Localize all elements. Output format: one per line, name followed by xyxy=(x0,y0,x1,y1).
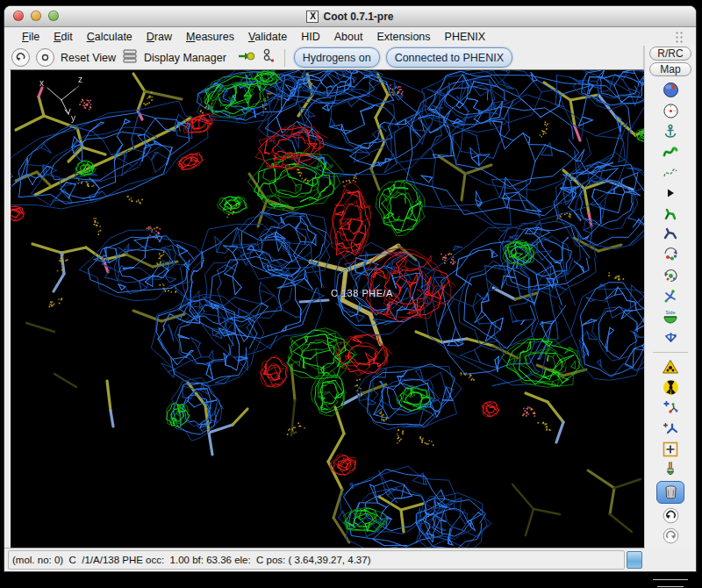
hydrogens-toggle-button[interactable]: Hydrogens on xyxy=(294,47,380,68)
undo-icon[interactable] xyxy=(660,506,681,525)
side-hemisphere-icon[interactable]: Side xyxy=(660,308,681,326)
rotate-residue-icon[interactable] xyxy=(660,246,681,264)
status-text: (mol. no: 0) C /1/A/138 PHE occ: 1.00 bf… xyxy=(12,555,370,565)
play-small-icon[interactable] xyxy=(660,184,681,203)
delete-icon[interactable] xyxy=(656,481,684,504)
radiation-icon[interactable] xyxy=(660,378,681,397)
menu-hid[interactable]: HID xyxy=(294,29,327,45)
status-bar: (mol. no: 0) C /1/A/138 PHE occ: 1.00 bf… xyxy=(4,548,645,571)
menu-bar: FileEditCalculateDrawMeasuresValidateHID… xyxy=(4,27,696,47)
side-label: Side xyxy=(665,310,675,315)
title-bar[interactable]: X Coot 0.7.1-pre xyxy=(4,6,696,27)
molecular-viewport[interactable] xyxy=(11,70,648,548)
go-to-ligand-icon[interactable] xyxy=(238,50,255,66)
right-sidebar: R/RC Map xyxy=(644,46,696,549)
window-title: Coot 0.7.1-pre xyxy=(323,11,393,23)
residue-dark-icon[interactable] xyxy=(660,226,681,244)
flip-icon[interactable] xyxy=(660,328,681,347)
edit-chi-icon[interactable] xyxy=(660,287,681,305)
display-manager-button[interactable]: Display Manager xyxy=(144,52,226,64)
redo-icon[interactable] xyxy=(660,527,681,545)
menu-edit[interactable]: Edit xyxy=(47,29,80,45)
menu-extensions[interactable]: Extensions xyxy=(369,29,437,45)
menu-measures[interactable]: Measures xyxy=(179,29,241,45)
atom-label: C 138 PHE/A xyxy=(331,288,393,298)
menu-calculate[interactable]: Calculate xyxy=(80,29,140,45)
residue-green-icon[interactable] xyxy=(660,204,681,223)
reset-view-button[interactable]: Reset View xyxy=(61,52,116,64)
gl-canvas-frame: C 138 PHE/A xyxy=(10,69,644,549)
x11-icon: X xyxy=(306,11,319,23)
menu-draw[interactable]: Draw xyxy=(140,29,179,45)
map-button[interactable]: Map xyxy=(649,62,691,76)
globe-icon[interactable] xyxy=(660,81,681,99)
rotamer-icon[interactable] xyxy=(660,267,681,285)
add-atom-icon[interactable] xyxy=(660,398,681,417)
menu-about[interactable]: About xyxy=(327,29,370,45)
display-manager-icon[interactable] xyxy=(122,49,138,67)
chain-green-icon[interactable] xyxy=(660,143,681,161)
clock-icon[interactable] xyxy=(660,102,681,120)
add-residue-box-icon[interactable] xyxy=(660,440,681,458)
main-toolbar: Reset View Display Manager Hydrogens on … xyxy=(4,46,644,69)
status-corner xyxy=(645,549,696,571)
menu-validate[interactable]: Validate xyxy=(241,29,294,45)
brush-icon[interactable] xyxy=(660,461,681,479)
sidebar-separator xyxy=(653,579,688,580)
coot-window: X Coot 0.7.1-pre FileEditCalculateDrawMe… xyxy=(4,5,697,572)
curved-arrow-icon[interactable] xyxy=(11,48,30,67)
chain-outline-icon[interactable] xyxy=(660,163,681,182)
anchor-icon[interactable] xyxy=(660,122,681,140)
menu-file[interactable]: File xyxy=(15,29,47,45)
add-terminal-icon[interactable] xyxy=(660,419,681,438)
ligand-builder-icon[interactable] xyxy=(261,48,276,67)
menu-phenix[interactable]: PHENIX xyxy=(438,29,493,45)
scrollbar-thumb[interactable] xyxy=(627,551,642,569)
rc-button[interactable]: R/RC xyxy=(649,47,691,61)
toolbar-separator xyxy=(284,49,285,67)
hazard-triangle-icon[interactable] xyxy=(660,357,681,376)
phenix-status-button[interactable]: Connected to PHENIX xyxy=(386,47,512,68)
target-icon[interactable] xyxy=(36,48,54,67)
menu-grip-handle[interactable] xyxy=(675,31,684,43)
sidebar-separator xyxy=(653,352,688,353)
